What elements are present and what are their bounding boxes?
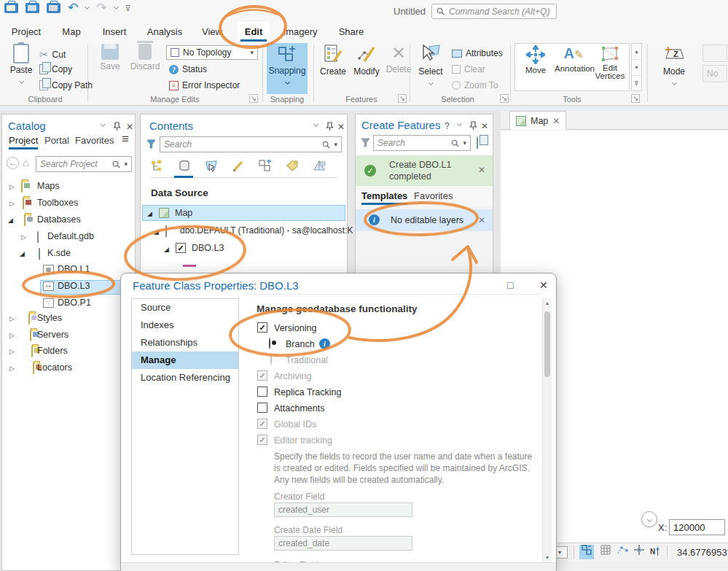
customize-qat-icon[interactable]: ⊽ (125, 4, 131, 13)
versioning-checkbox[interactable]: ✓ (257, 322, 267, 333)
gallery-up-icon[interactable]: ▴ (632, 44, 641, 60)
servers-expander[interactable]: ▷ (9, 332, 15, 339)
tab-insert[interactable]: Insert (96, 22, 133, 42)
tab-map[interactable]: Map (55, 22, 87, 42)
scroll-up-icon[interactable]: ▴ (543, 298, 552, 308)
snapping-button[interactable]: Snapping (267, 43, 308, 94)
scroll-down-icon[interactable]: ▾ (543, 554, 552, 561)
status-crosshair-icon[interactable] (632, 545, 646, 559)
delete-button[interactable]: ✕ Delete (382, 44, 415, 74)
error-inspector-button[interactable]: ≡ Error Inspector (169, 80, 240, 90)
map-view-tab[interactable]: Map ✕ (509, 111, 566, 130)
archiving-checkbox[interactable]: ✓ (257, 370, 267, 381)
catalog-item-dbol1[interactable]: DBO.L1 (58, 264, 90, 274)
create-features-pin-icon[interactable] (469, 121, 477, 131)
nav-relationships[interactable]: Relationships (132, 334, 238, 351)
mode-dropdown-icon[interactable] (671, 80, 676, 85)
command-search[interactable]: Command Search (Alt+Q) (431, 4, 557, 19)
list-by-selection-icon[interactable] (205, 160, 218, 173)
catalog-home-icon[interactable]: ⌂ (23, 157, 28, 168)
catalog-item-folders[interactable]: Folders (37, 346, 68, 356)
create-features-help-icon[interactable]: ? (445, 121, 450, 131)
tab-favorites[interactable]: Favorites (414, 190, 453, 201)
list-by-perspective-icon[interactable] (313, 160, 326, 173)
selection-launcher[interactable]: ↘ (500, 94, 509, 103)
catalog-menu-icon[interactable]: ≡ (122, 132, 129, 147)
catalog-tab-portal[interactable]: Portal (44, 135, 69, 146)
toolboxes-expander[interactable]: ▷ (9, 200, 15, 207)
catalog-item-dbop1[interactable]: DBO.P1 (58, 298, 91, 308)
catalog-item-databases[interactable]: Databases (37, 214, 81, 225)
locators-expander[interactable]: ▷ (9, 365, 15, 372)
catalog-item-styles[interactable]: Styles (37, 313, 62, 323)
gallery-down-icon[interactable]: ▾ (632, 60, 641, 76)
catalog-item-locators[interactable]: Locators (37, 362, 72, 373)
catalog-search-input[interactable]: Search Project ▾ (36, 156, 132, 172)
nav-location-referencing[interactable]: Location Referencing (132, 369, 238, 387)
paste-dropdown-icon[interactable] (18, 79, 23, 84)
collapse-overlay-button[interactable] (641, 511, 657, 527)
create-button[interactable]: Create (316, 44, 350, 77)
zoom-to-button[interactable]: Zoom To (452, 80, 498, 90)
snapping-dropdown-icon[interactable] (284, 79, 289, 85)
branch-info-icon[interactable]: i (319, 338, 330, 349)
defaultgdb-expander[interactable]: ▷ (21, 233, 26, 241)
discard-edits-button[interactable]: Discard (128, 44, 162, 71)
modify-button[interactable]: Modify (350, 44, 383, 77)
creator-field-input[interactable] (274, 502, 412, 517)
catalog-item-defaultgdb[interactable]: Default.gdb (47, 231, 94, 241)
nav-indexes[interactable]: Indexes (132, 316, 238, 334)
layer-line-symbol[interactable] (183, 265, 196, 267)
editor-tracking-checkbox[interactable]: ✓ (257, 435, 267, 445)
layer-expander[interactable]: ◢ (164, 246, 169, 253)
catalog-tab-project[interactable]: Project (9, 135, 38, 146)
create-features-search-input[interactable]: Search ▾ (373, 135, 471, 151)
undo-dropdown-icon[interactable] (85, 4, 90, 9)
mode-button[interactable]: Z Mode (657, 44, 691, 87)
dialog-scrollbar[interactable]: ▴ ▾ (542, 298, 552, 562)
global-ids-checkbox[interactable]: ✓ (257, 419, 267, 429)
topology-combobox[interactable]: No Topology ▾ (166, 45, 258, 60)
catalog-item-ksde[interactable]: K.sde (47, 248, 71, 258)
contents-close-icon[interactable]: ✕ (337, 122, 345, 132)
move-tool[interactable]: Move (517, 45, 555, 74)
map-expander[interactable]: ◢ (147, 210, 152, 217)
scroll-thumb[interactable] (544, 311, 550, 377)
edit-vertices-tool[interactable]: EditVertices (591, 45, 629, 80)
features-launcher[interactable]: ↘ (398, 94, 407, 103)
gallery-expand-icon[interactable]: ⊽ (632, 76, 641, 92)
status-constraints-icon[interactable] (616, 545, 630, 559)
status-button[interactable]: ? Status (169, 64, 207, 74)
paste-button[interactable]: Paste (4, 44, 38, 85)
create-date-field-input[interactable] (274, 536, 412, 551)
redo-dropdown-icon[interactable] (113, 4, 118, 9)
copy-button[interactable]: Copy (39, 64, 72, 74)
select-button[interactable]: Select (414, 44, 447, 87)
tools-gallery-scrollbar[interactable]: ▴ ▾ ⊽ (631, 43, 642, 91)
catalog-item-dbol3[interactable]: DBO.L3 (58, 281, 90, 291)
contents-item-version[interactable]: dbo.DEFAULT (Traditional) - sa@localhost… (180, 225, 353, 236)
tab-templates[interactable]: Templates (361, 190, 407, 201)
list-by-labeling-icon[interactable] (286, 160, 299, 173)
toast-close-icon[interactable]: ✕ (478, 165, 485, 175)
catalog-close-icon[interactable]: ✕ (126, 122, 133, 132)
branch-radio[interactable] (269, 338, 270, 349)
catalog-back-icon[interactable]: ← (7, 157, 19, 169)
cut-button[interactable]: ✂ Cut (39, 48, 66, 61)
version-expander[interactable]: ◢ (154, 228, 159, 236)
databases-expander[interactable]: ◢ (8, 217, 13, 224)
tab-share[interactable]: Share (334, 22, 369, 42)
tools-launcher[interactable]: ↘ (631, 94, 640, 103)
contents-dropdown-icon[interactable] (313, 122, 318, 127)
list-by-data-source-icon[interactable] (178, 160, 191, 173)
annotation-tool[interactable]: A✎ Annotation (555, 45, 592, 73)
dialog-close-icon[interactable]: ✕ (539, 279, 548, 291)
copy-path-button[interactable]: Copy Path (39, 80, 93, 90)
replica-tracking-checkbox[interactable]: ✓ (257, 387, 267, 397)
attributes-button[interactable]: Attributes (452, 48, 503, 58)
catalog-item-toolboxes[interactable]: Toolboxes (37, 198, 78, 208)
list-by-snapping-icon[interactable] (259, 160, 272, 173)
x-coordinate-input[interactable] (669, 519, 725, 535)
list-by-editing-icon[interactable] (232, 160, 245, 173)
catalog-item-servers[interactable]: Servers (37, 330, 69, 340)
